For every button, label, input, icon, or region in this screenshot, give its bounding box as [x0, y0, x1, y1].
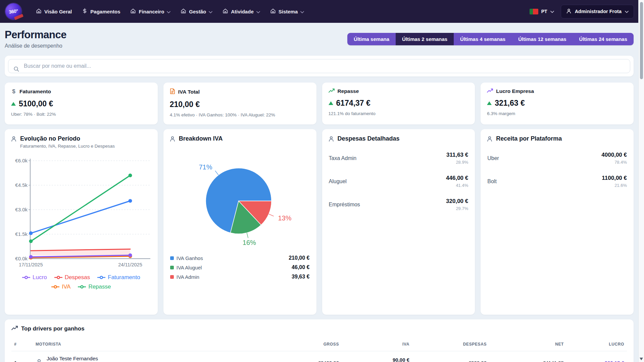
svg-text:€1.5k: €1.5k	[15, 231, 28, 237]
dollar-icon: $	[11, 88, 16, 95]
nav-right-group: PT Administrador Frota	[530, 5, 634, 18]
language-selector[interactable]: PT	[530, 9, 554, 14]
tab-ultimas-24-semanas[interactable]: Últimas 24 semanas	[573, 33, 634, 45]
portugal-flag-icon	[530, 9, 538, 14]
driver-name: João Teste Fernandes	[47, 356, 98, 362]
nav-item-gestao[interactable]: Gestão	[176, 5, 217, 18]
legend-item[interactable]: Lucro	[22, 274, 47, 281]
kpi-note: 6.3% margem	[487, 111, 627, 116]
svg-text:€3.0k: €3.0k	[15, 207, 28, 212]
legend-value: 39,63 €	[292, 274, 309, 280]
nav-label: Sistema	[279, 9, 298, 14]
page-header: Performance Análise de desempenho	[5, 29, 66, 49]
logo-text: 360°	[9, 8, 18, 15]
legend-value: 210,00 €	[289, 255, 309, 261]
kpi-card-iva-total: IVA Total 210,00 € 4.1% efetivo · IVA Ga…	[163, 83, 316, 124]
expense-row: Taxa Admin 311,63 € 28.9%	[328, 147, 469, 170]
column-header-despesas: DESPESAS	[412, 338, 489, 351]
page-title: Performance	[5, 29, 66, 41]
scrollbar-thumb[interactable]	[640, 2, 643, 79]
app-logo[interactable]: 360°	[4, 2, 22, 20]
page-subtitle: Análise de desempenho	[5, 43, 66, 49]
kpi-title: Faturamento	[19, 89, 51, 95]
nav-label: Financeiro	[139, 9, 164, 14]
scroll-down-arrow-icon[interactable]	[640, 358, 643, 360]
legend-item[interactable]: Despesas	[54, 274, 90, 281]
nav-item-financeiro[interactable]: Financeiro	[125, 5, 176, 18]
legend-swatch	[170, 256, 174, 260]
expense-pct: 29.7%	[446, 206, 468, 211]
legend-item[interactable]: Repasse	[78, 283, 111, 290]
top-drivers-card: Top drivers por ganhos # MOTORISTA GROSS…	[5, 319, 634, 362]
card-title: Breakdown IVA	[179, 135, 223, 142]
iva-pie-legend: IVA Ganhos 210,00 € IVA Aluguel 46,00 € …	[169, 253, 310, 281]
kpi-value: 6174,37 €	[336, 99, 370, 108]
nav-item-pagamentos[interactable]: Pagamentos	[77, 5, 125, 18]
platform-value: 4000,00 €	[601, 152, 627, 158]
chevron-down-icon	[300, 9, 304, 14]
user-icon	[566, 8, 572, 15]
legend-label: IVA Aluguel	[177, 265, 202, 270]
file-text-icon	[170, 88, 175, 96]
expense-label: Empréstimos	[329, 202, 360, 208]
card-title: Despesas Detalhadas	[338, 135, 400, 142]
user-icon	[169, 135, 176, 143]
legend-swatch	[170, 266, 174, 269]
chevron-down-icon	[256, 9, 260, 14]
svg-text:71%: 71%	[199, 163, 212, 171]
expense-label: Aluguel	[329, 178, 347, 185]
chevron-down-icon	[550, 9, 554, 14]
kpi-note: 121.1% do faturamento	[329, 111, 469, 116]
expense-pct: 41.4%	[446, 183, 468, 188]
driver-lucro: 202,15 €	[566, 351, 627, 362]
svg-text:€6.0k: €6.0k	[15, 158, 28, 163]
legend-item[interactable]: Faturamento	[97, 274, 140, 281]
tab-ultimas-4-semanas[interactable]: Últimas 4 semanas	[454, 33, 512, 45]
nav-item-sistema[interactable]: Sistema	[265, 5, 309, 18]
card-title: Evolução no Período	[20, 135, 115, 142]
legend-item: IVA Aluguel 46,00 €	[169, 263, 310, 272]
driver-gross: €2400.00	[271, 351, 342, 362]
kpi-value: 210,00 €	[170, 100, 200, 109]
search-input[interactable]	[8, 63, 630, 69]
expense-pct: 28.9%	[446, 160, 468, 165]
vertical-scrollbar[interactable]	[638, 0, 644, 362]
search-card	[5, 56, 634, 76]
legend-item: IVA Ganhos 210,00 €	[169, 253, 310, 263]
kpi-title: Repasse	[338, 88, 359, 94]
legend-label: IVA Admin	[177, 274, 199, 280]
expense-value: 311,63 €	[446, 152, 468, 158]
table-row[interactable]: 1 João Teste Fernandes AFILIADO €2400.00…	[11, 351, 627, 362]
chevron-down-icon	[209, 9, 212, 14]
svg-text:24/11/2025: 24/11/2025	[118, 262, 142, 267]
nav-item-visao-geral[interactable]: Visão Geral	[31, 5, 77, 18]
nav-label: Visão Geral	[44, 9, 72, 14]
trend-up-arrow	[11, 102, 16, 106]
home-icon	[222, 8, 228, 15]
main-content: Performance Análise de desempenho Última…	[0, 29, 638, 362]
user-icon	[11, 135, 17, 143]
chevron-down-icon	[167, 9, 170, 14]
receita-plataforma-card: Receita por Plataforma Uber 4000,00 € 78…	[481, 129, 634, 315]
expense-value: 446,00 €	[446, 175, 468, 182]
period-tabs: Última semana Últimas 2 semanas Últimas …	[347, 33, 634, 45]
nav-label: Pagamentos	[90, 9, 120, 14]
svg-text:16%: 16%	[243, 239, 256, 246]
table-title: Top drivers por ganhos	[21, 325, 85, 332]
expense-row: Aluguel 446,00 € 41.4%	[328, 170, 469, 193]
driver-net: €4141.85	[489, 351, 566, 362]
nav-label: Gestão	[189, 9, 206, 14]
nav-item-atividade[interactable]: Atividade	[217, 5, 265, 18]
tab-ultima-semana[interactable]: Última semana	[347, 33, 396, 45]
platform-label: Bolt	[487, 178, 497, 185]
user-icon	[328, 135, 334, 143]
user-menu-button[interactable]: Administrador Frota	[561, 5, 634, 18]
platform-pct: 78.4%	[601, 160, 627, 165]
tab-ultimas-12-semanas[interactable]: Últimas 12 semanas	[512, 33, 573, 45]
driver-despesas: €320.00	[412, 351, 489, 362]
platform-row: Uber 4000,00 € 78.4%	[487, 147, 628, 170]
chevron-down-icon	[625, 9, 629, 14]
legend-item[interactable]: IVA	[51, 283, 70, 290]
tab-ultimas-2-semanas[interactable]: Últimas 2 semanas	[396, 33, 454, 45]
column-header-motorista: MOTORISTA	[33, 338, 271, 351]
